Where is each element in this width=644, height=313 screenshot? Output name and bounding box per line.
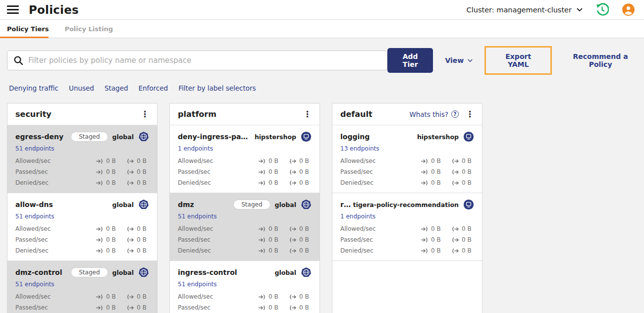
policy-name[interactable]: ingress-control — [178, 268, 275, 276]
export-yaml-highlight-box: Export YAML — [484, 46, 552, 75]
policy-card[interactable]: dmz-control Staged global — [7, 261, 157, 313]
endpoints-link[interactable]: 1 endpoints — [178, 145, 213, 152]
policy-card[interactable]: logging hipstershop — [332, 125, 482, 193]
user-avatar[interactable] — [622, 3, 635, 16]
endpoints-link[interactable]: 51 endpoints — [178, 213, 217, 220]
endpoints-link[interactable]: 51 endpoints — [15, 281, 54, 288]
tier-column-default: default Whats this? ? ⋮ logging hipsters… — [332, 103, 483, 313]
stat-row: Passed/sec 0 B 0 B — [340, 166, 474, 177]
whats-this-link[interactable]: Whats this? ? — [409, 110, 459, 118]
tier-menu-icon[interactable]: ⋮ — [301, 109, 314, 119]
egress-traffic-icon — [126, 248, 134, 254]
history-restore-icon[interactable] — [595, 3, 609, 16]
filter-by-label-selectors[interactable]: Filter by label selectors — [178, 84, 256, 92]
policy-name[interactable]: dmz-control — [15, 268, 71, 276]
ingress-traffic-icon — [258, 226, 266, 232]
policy-name[interactable]: dmz — [178, 201, 233, 209]
egress-value: 0 B — [137, 247, 147, 254]
policy-stats: Allowed/sec 0 B 0 B Passed/sec — [15, 291, 149, 313]
stat-row: Denied/sec 0 B 0 B — [178, 177, 312, 188]
egress-value: 0 B — [462, 236, 472, 243]
stat-label: Denied/sec — [15, 179, 49, 186]
cluster-label: Cluster: management-cluster — [467, 6, 572, 14]
egress-value: 0 B — [462, 225, 472, 232]
tier-column-security: security ? ⋮ egress-deny Staged global — [7, 103, 158, 313]
ingress-value: 0 B — [431, 236, 441, 243]
ingress-value: 0 B — [268, 304, 278, 311]
filter-staged[interactable]: Staged — [105, 84, 128, 92]
stat-label: Allowed/sec — [340, 157, 376, 164]
stat-label: Allowed/sec — [15, 293, 51, 300]
stat-label: Passed/sec — [340, 236, 373, 243]
policy-card[interactable]: restricted tigera-policy-recommendation — [332, 193, 482, 261]
ingress-value: 0 B — [268, 157, 278, 164]
endpoints-link[interactable]: 51 endpoints — [15, 145, 54, 152]
tab-policy-tiers[interactable]: Policy Tiers — [7, 25, 49, 33]
policy-name[interactable]: logging — [340, 133, 417, 141]
policy-stats: Allowed/sec 0 B 0 B Passed/sec — [178, 291, 312, 313]
cluster-selector[interactable]: Cluster: management-cluster — [467, 6, 583, 14]
policy-name[interactable]: egress-deny — [15, 133, 71, 141]
egress-traffic-icon — [451, 158, 459, 164]
policy-stats: Allowed/sec 0 B 0 B Passed/sec — [15, 156, 149, 188]
egress-value: 0 B — [299, 236, 309, 243]
egress-traffic-icon — [289, 158, 297, 164]
egress-value: 0 B — [299, 168, 309, 175]
stat-label: Denied/sec — [15, 247, 49, 254]
tier-menu-icon[interactable]: ⋮ — [464, 109, 476, 119]
toolbar: Add Tier View Export YAML Recommend a Po… — [7, 46, 637, 75]
egress-value: 0 B — [137, 304, 147, 311]
hamburger-menu-icon[interactable] — [7, 5, 19, 14]
ingress-traffic-icon — [258, 158, 266, 164]
top-bar: Policies Cluster: management-cluster — [0, 0, 644, 20]
policy-scope-label: tigera-policy-recommendation — [353, 201, 459, 209]
filter-unused[interactable]: Unused — [69, 84, 94, 92]
endpoints-link[interactable]: 51 endpoints — [178, 281, 217, 288]
endpoints-link[interactable]: 51 endpoints — [15, 213, 54, 220]
ingress-value: 0 B — [106, 179, 116, 186]
recommend-policy-button[interactable]: Recommend a Policy — [564, 52, 637, 68]
policy-name[interactable]: allow-dns — [15, 201, 112, 209]
stat-label: Passed/sec — [15, 168, 48, 175]
stat-row: Passed/sec 0 B 0 B — [15, 302, 149, 313]
stat-row: Passed/sec 0 B 0 B — [340, 234, 474, 245]
stat-row: Allowed/sec 0 B 0 B — [15, 223, 149, 234]
ingress-traffic-icon — [421, 180, 429, 186]
ingress-value: 0 B — [431, 179, 441, 186]
policy-card[interactable]: dmz Staged global — [170, 193, 320, 261]
policy-card[interactable]: ingress-control global — [170, 261, 320, 313]
endpoints-link[interactable]: 13 endpoints — [340, 145, 379, 152]
policy-name[interactable]: restricted — [340, 201, 353, 209]
policy-card[interactable]: deny-ingress-paymentservi... hipstershop — [170, 125, 320, 193]
tab-policy-listing[interactable]: Policy Listing — [64, 25, 113, 33]
egress-value: 0 B — [462, 247, 472, 254]
global-scope-icon — [301, 199, 312, 210]
stat-row: Passed/sec 0 B 0 B — [15, 234, 149, 245]
policy-card[interactable]: allow-dns global — [7, 193, 157, 261]
policy-card[interactable]: egress-deny Staged global — [7, 125, 157, 193]
ingress-traffic-icon — [421, 169, 429, 175]
endpoints-link[interactable]: 1 endpoints — [340, 213, 376, 220]
egress-traffic-icon — [451, 226, 459, 232]
egress-value: 0 B — [299, 179, 309, 186]
tier-column-platform: platform ? ⋮ deny-ingress-paymentservi..… — [169, 103, 320, 313]
tier-title: security — [15, 109, 52, 119]
add-tier-button[interactable]: Add Tier — [387, 48, 433, 73]
ingress-traffic-icon — [258, 294, 266, 300]
filter-enforced[interactable]: Enforced — [139, 84, 168, 92]
policy-scope-label: hipstershop — [417, 133, 459, 141]
ingress-traffic-icon — [96, 237, 104, 243]
ingress-traffic-icon — [96, 226, 104, 232]
view-dropdown[interactable]: View — [445, 56, 473, 64]
egress-traffic-icon — [126, 305, 134, 311]
stat-row: Denied/sec 0 B 0 B — [15, 177, 149, 188]
stat-row: Passed/sec 0 B 0 B — [178, 234, 312, 245]
tier-menu-icon[interactable]: ⋮ — [139, 109, 151, 119]
stat-row: Denied/sec 0 B 0 B — [340, 245, 474, 256]
filter-denying-traffic[interactable]: Denying traffic — [9, 84, 58, 92]
policy-name[interactable]: deny-ingress-paymentservi... — [178, 133, 255, 141]
search-input[interactable] — [28, 56, 381, 65]
ingress-value: 0 B — [431, 157, 441, 164]
egress-traffic-icon — [126, 294, 134, 300]
export-yaml-button[interactable]: Export YAML — [496, 52, 540, 68]
